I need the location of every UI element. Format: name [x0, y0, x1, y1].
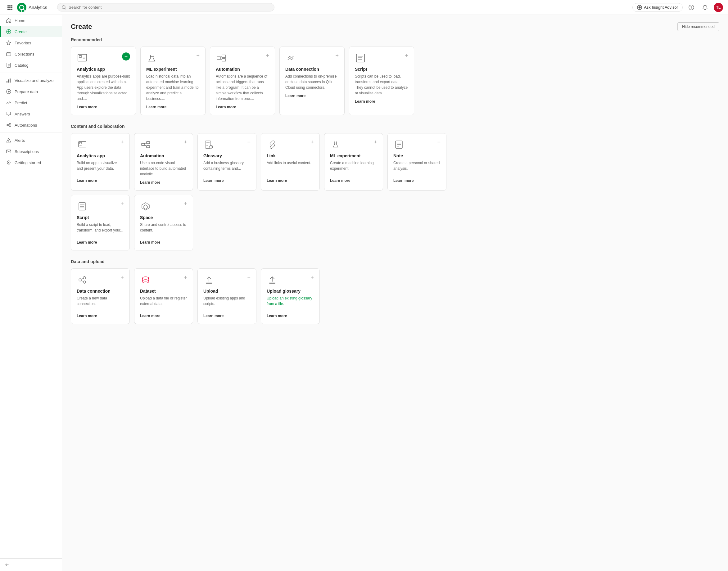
predict-icon: [6, 100, 11, 106]
svg-line-65: [145, 145, 146, 146]
card-learn-more-link[interactable]: Learn more: [77, 105, 97, 109]
add-ml-experiment-content-button[interactable]: +: [374, 139, 377, 145]
collapse-button[interactable]: [5, 562, 57, 567]
card-desc: Create a machine learning experiment.: [330, 160, 377, 175]
card-learn-more-link[interactable]: Learn more: [267, 179, 287, 183]
sidebar-item-automations[interactable]: Automations: [0, 119, 62, 131]
card-analytics-app-content[interactable]: + Analytics app Build an app to visualiz…: [71, 133, 130, 191]
card-link-content[interactable]: + Link Add links to useful content. Lear…: [261, 133, 320, 191]
add-analytics-app-button[interactable]: +: [122, 52, 130, 61]
card-ml-experiment-content[interactable]: + ML experiment Create a machine learnin…: [324, 133, 383, 191]
ml-experiment-small-icon: [330, 139, 341, 150]
svg-line-14: [65, 8, 66, 9]
card-learn-more-link[interactable]: Learn more: [393, 179, 414, 183]
sidebar-item-getting-started[interactable]: Getting started: [0, 157, 62, 168]
add-data-connection-data-button[interactable]: +: [120, 274, 124, 281]
link-icon: [267, 139, 278, 150]
sidebar-item-catalog[interactable]: Catalog: [0, 60, 62, 71]
add-space-button[interactable]: +: [184, 201, 187, 207]
search-icon: [62, 5, 66, 10]
add-glossary-button[interactable]: +: [247, 139, 250, 145]
sidebar-item-predict[interactable]: Predict: [0, 97, 62, 108]
card-analytics-app-recommended[interactable]: + Analytics app Analytics apps are purpo…: [71, 46, 136, 115]
notifications-button[interactable]: [700, 2, 710, 12]
sidebar-item-collections-label: Collections: [15, 52, 34, 56]
recommended-cards-row: + Analytics app Analytics apps are purpo…: [71, 46, 719, 115]
search-bar[interactable]: [57, 3, 275, 11]
sidebar-item-favorites-label: Favorites: [15, 41, 31, 45]
sidebar-item-collections[interactable]: Collections: [0, 48, 62, 60]
card-note-content[interactable]: + Note Create a personal or shared analy…: [388, 133, 446, 191]
svg-rect-58: [80, 142, 82, 144]
card-learn-more-link[interactable]: Learn more: [330, 179, 350, 183]
svg-marker-83: [144, 205, 147, 209]
card-ml-experiment-recommended[interactable]: + ML experiment Load historical data int…: [140, 46, 206, 115]
add-dataset-button[interactable]: +: [184, 274, 187, 281]
card-learn-more-link[interactable]: Learn more: [267, 314, 287, 318]
card-upload-glossary[interactable]: + Upload glossary Upload an existing glo…: [261, 268, 320, 324]
menu-button[interactable]: [5, 2, 15, 12]
card-learn-more-link[interactable]: Learn more: [77, 240, 97, 244]
card-data-connection-recommended[interactable]: + Data connection Add connections to on-…: [280, 46, 344, 115]
add-upload-button[interactable]: +: [247, 274, 250, 281]
add-automation-button[interactable]: +: [266, 52, 269, 59]
card-learn-more-link[interactable]: Learn more: [203, 314, 223, 318]
data-section-title: Data and upload: [71, 259, 719, 264]
sidebar-bottom: [0, 558, 62, 571]
page-header: Create Hide recommended: [71, 22, 719, 31]
add-link-button[interactable]: +: [310, 139, 314, 145]
analytics-app-small-icon: [77, 139, 88, 150]
sidebar-item-home[interactable]: Home: [0, 15, 62, 26]
card-title: Upload glossary: [267, 289, 314, 294]
add-upload-glossary-button[interactable]: +: [310, 274, 314, 281]
card-upload[interactable]: + Upload Upload existing apps and script…: [197, 268, 256, 324]
add-note-button[interactable]: +: [437, 139, 440, 145]
recommended-section: Recommended + Analytics app Analytics ap…: [71, 37, 719, 115]
card-glossary-content[interactable]: + Glossary Add a business glossary conta…: [197, 133, 256, 191]
card-learn-more-link[interactable]: Learn more: [140, 314, 160, 318]
card-title: Data connection: [77, 289, 124, 294]
card-learn-more-link[interactable]: Learn more: [77, 314, 97, 318]
svg-rect-1: [9, 5, 11, 6]
hide-recommended-button[interactable]: Hide recommended: [678, 22, 719, 31]
card-dataset[interactable]: + Dataset Upload a data file or register…: [134, 268, 193, 324]
card-learn-more-link[interactable]: Learn more: [140, 240, 160, 244]
add-script-button[interactable]: +: [405, 52, 408, 59]
insight-advisor-button[interactable]: Ask Insight Advisor: [632, 3, 683, 12]
search-input[interactable]: [69, 5, 270, 10]
upload-glossary-icon: [267, 274, 278, 286]
card-automation-content[interactable]: + Automation Use a no-code visual interf…: [134, 133, 193, 191]
card-learn-more-link[interactable]: Learn more: [77, 179, 97, 183]
card-learn-more-link[interactable]: Learn more: [355, 99, 375, 104]
add-script-content-button[interactable]: +: [120, 201, 124, 207]
add-automation-content-button[interactable]: +: [184, 139, 187, 145]
card-learn-more-link[interactable]: Learn more: [146, 105, 167, 109]
sidebar-item-prepare[interactable]: Prepare data: [0, 86, 62, 97]
sidebar-item-visualize[interactable]: Visualize and analyze: [0, 75, 62, 86]
data-upload-section: Data and upload + Data connection Create…: [71, 259, 719, 324]
sidebar-item-create[interactable]: Create: [0, 26, 62, 37]
card-learn-more-link[interactable]: Learn more: [285, 94, 306, 98]
sidebar-item-subscriptions[interactable]: Subscriptions: [0, 146, 62, 157]
space-icon: [140, 201, 151, 212]
card-script-recommended[interactable]: + Script Scripts can be used to load, tr…: [349, 46, 414, 115]
rocket-icon: [6, 160, 11, 165]
card-desc: Use a no-code visual interface to build …: [140, 160, 187, 177]
card-script-content[interactable]: + Script Build a script to load, transfo…: [71, 195, 130, 250]
card-learn-more-link[interactable]: Learn more: [140, 180, 160, 185]
card-learn-more-link[interactable]: Learn more: [216, 105, 236, 109]
card-space-content[interactable]: + Space Share and control access to cont…: [134, 195, 193, 250]
card-title: Analytics app: [77, 153, 124, 158]
add-analytics-app-content-button[interactable]: +: [120, 139, 124, 145]
add-data-connection-button[interactable]: +: [335, 52, 339, 59]
sidebar-item-answers[interactable]: Answers: [0, 108, 62, 119]
card-learn-more-link[interactable]: Learn more: [203, 179, 223, 183]
help-button[interactable]: ?: [687, 2, 696, 12]
card-automation-recommended[interactable]: + Automation Automations are a sequence …: [210, 46, 275, 115]
sidebar-item-favorites[interactable]: Favorites: [0, 37, 62, 48]
card-data-connection[interactable]: + Data connection Create a new data conn…: [71, 268, 130, 324]
sidebar-item-alerts[interactable]: Alerts: [0, 135, 62, 146]
avatar[interactable]: TL: [714, 3, 723, 12]
content-section-title: Content and collaboration: [71, 124, 719, 129]
add-ml-experiment-button[interactable]: +: [196, 52, 200, 59]
